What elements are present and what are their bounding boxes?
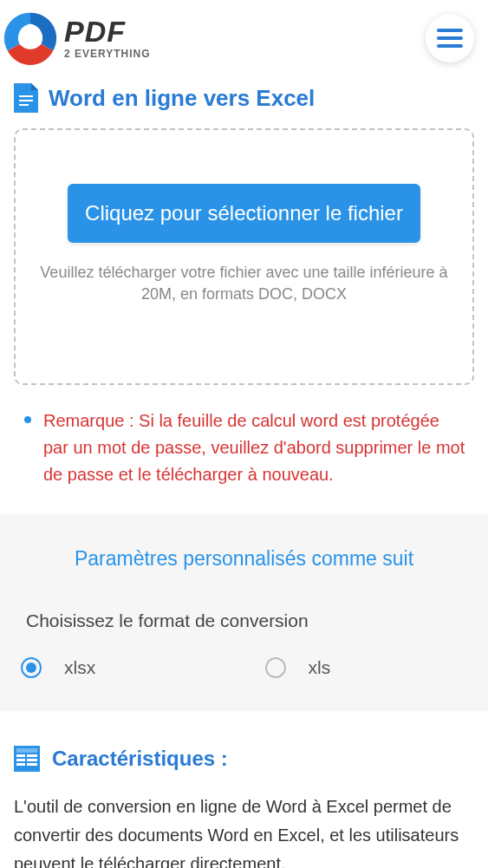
radio-option-xls[interactable]: xls (265, 657, 475, 678)
radio-icon (21, 657, 42, 678)
svg-rect-3 (19, 104, 29, 106)
spreadsheet-icon (14, 746, 40, 772)
svg-rect-6 (16, 754, 25, 757)
format-label: Choisissez le format de conversion (26, 610, 474, 631)
hamburger-line (437, 36, 463, 40)
upload-dropzone[interactable]: Cliquez pour sélectionner le fichier Veu… (14, 128, 474, 385)
note-row: Remarque : Si la feuille de calcul word … (0, 385, 488, 514)
logo-main: PDF (64, 16, 151, 46)
hamburger-line (437, 44, 463, 48)
page-title-row: Word en ligne vers Excel (0, 76, 488, 128)
svg-rect-5 (16, 748, 37, 753)
menu-button[interactable] (426, 14, 474, 62)
radio-label-xls: xls (309, 657, 331, 678)
settings-panel: Paramètres personnalisés comme suit Choi… (0, 514, 488, 711)
radio-icon (265, 657, 286, 678)
format-radio-group: xlsx xls (14, 657, 474, 678)
logo-text: PDF 2 EVERYTHING (64, 16, 151, 60)
svg-rect-8 (16, 759, 25, 761)
logo[interactable]: PDF 2 EVERYTHING (0, 9, 151, 68)
page-title: Word en ligne vers Excel (49, 85, 315, 112)
header: PDF 2 EVERYTHING (0, 0, 488, 76)
svg-rect-2 (19, 100, 33, 101)
upload-hint: Veuillez télécharger votre fichier avec … (33, 262, 455, 305)
bullet-icon (24, 416, 31, 423)
settings-title: Paramètres personnalisés comme suit (14, 547, 474, 571)
svg-point-0 (22, 29, 38, 46)
features-heading-row: Caractéristiques : (14, 746, 474, 772)
features-section: Caractéristiques : L'outil de conversion… (0, 711, 488, 868)
svg-rect-9 (27, 759, 37, 761)
radio-label-xlsx: xlsx (64, 657, 95, 678)
logo-swirl-icon (0, 9, 61, 68)
logo-sub: 2 EVERYTHING (64, 48, 151, 60)
svg-rect-7 (27, 754, 37, 757)
hamburger-line (437, 29, 463, 32)
svg-rect-10 (16, 763, 25, 766)
features-title: Caractéristiques : (52, 747, 228, 771)
features-body: L'outil de conversion en ligne de Word à… (14, 793, 474, 868)
svg-rect-11 (27, 763, 37, 766)
document-icon (14, 83, 38, 113)
radio-option-xlsx[interactable]: xlsx (21, 657, 231, 678)
note-text: Remarque : Si la feuille de calcul word … (43, 408, 469, 488)
select-file-button[interactable]: Cliquez pour sélectionner le fichier (68, 184, 420, 243)
svg-rect-1 (19, 95, 33, 97)
